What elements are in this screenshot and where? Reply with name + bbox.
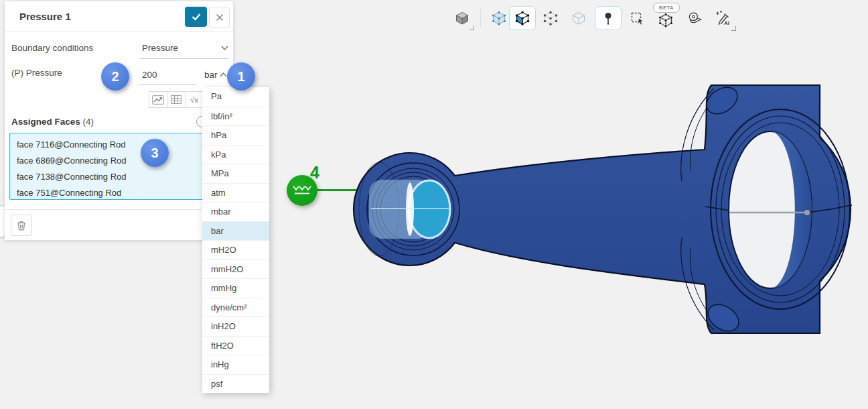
beta-badge: BETA (653, 3, 680, 13)
apply-button[interactable] (185, 7, 207, 27)
unit-dropdown-menu: Pa lbf/in² hPa kPa MPa atm mbar bar mH2O… (202, 87, 269, 393)
pressure-value-input[interactable]: 200 (142, 70, 157, 80)
transparent-volume-cube-icon[interactable] (488, 7, 510, 30)
unit-option[interactable]: ftH2O (202, 336, 269, 355)
face-list-item[interactable]: face 7138@Connecting Rod (10, 169, 230, 185)
plot-table-icon-button[interactable] (149, 91, 167, 108)
svg-text:AI: AI (724, 20, 729, 26)
check-icon (190, 11, 202, 22)
panel-title: Pressure 1 (19, 11, 71, 22)
unit-option[interactable]: mmH2O (202, 259, 269, 279)
unit-option[interactable]: inHg (202, 355, 269, 374)
assigned-faces-label: Assigned Faces (4) (11, 117, 94, 127)
trash-icon (17, 220, 26, 231)
unit-option[interactable]: Pa (202, 87, 269, 107)
chevron-down-icon[interactable] (221, 46, 228, 50)
unit-option[interactable]: psf (202, 374, 269, 394)
divider (5, 209, 233, 210)
cancel-button[interactable] (209, 7, 230, 28)
flyout-indicator (731, 26, 736, 31)
app-root: 4 (0, 0, 868, 409)
unit-option[interactable]: atm (202, 183, 269, 202)
annotation-step-4: 4 (310, 163, 319, 182)
unit-option[interactable]: dyne/cm² (202, 298, 269, 317)
unit-option-selected[interactable]: bar (202, 221, 269, 241)
probe-point-dot (804, 210, 810, 215)
unit-option[interactable]: inH2O (202, 316, 269, 336)
face-list-item[interactable]: face 7116@Connecting Rod (10, 137, 230, 153)
pressure-arrows-icon (292, 184, 312, 196)
annotation-step-3: 3 (141, 139, 169, 167)
chevron-up-icon[interactable] (220, 72, 227, 77)
face-list-item[interactable]: face 751@Connecting Rod (10, 185, 230, 201)
selected-face-disc (409, 180, 450, 238)
value-input-tools: √x (149, 91, 204, 108)
selected-face-sliver (406, 182, 414, 236)
flyout-indicator (469, 25, 474, 30)
unit-selector[interactable]: bar (204, 70, 218, 80)
formula-input-button[interactable]: √x (185, 91, 204, 108)
unit-option[interactable]: kPa (202, 145, 269, 164)
vertex-select-cube-icon[interactable] (539, 7, 562, 30)
unit-option[interactable]: MPa (202, 164, 269, 183)
select-underline (140, 58, 228, 59)
chart-icon (152, 95, 164, 105)
pressure-label: (P) Pressure (11, 68, 62, 78)
unit-option[interactable]: mbar (202, 202, 269, 221)
probe-point-icon[interactable] (597, 7, 620, 30)
measure-tape-icon[interactable] (683, 7, 706, 30)
unit-option[interactable]: lbf/in² (202, 107, 269, 126)
divider (5, 32, 233, 32)
table-input-button[interactable] (167, 91, 186, 108)
unit-option[interactable]: mH2O (202, 240, 269, 259)
assigned-faces-list: face 7116@Connecting Rod face 6869@Conne… (9, 133, 230, 200)
ghost-cube-icon[interactable] (567, 7, 590, 30)
bc-leader-line (316, 189, 356, 191)
delete-button[interactable] (11, 215, 32, 236)
assigned-faces-count: (4) (83, 117, 94, 127)
box-select-icon[interactable] (626, 7, 648, 30)
input-underline (139, 84, 196, 85)
table-icon (171, 95, 182, 104)
face-list-item[interactable]: face 6869@Connecting Rod (10, 153, 230, 169)
annotation-step-1: 1 (227, 62, 255, 91)
annotation-step-2: 2 (101, 62, 129, 91)
toolbar-separator (480, 8, 481, 27)
face-select-cube-icon[interactable] (511, 7, 534, 30)
boundary-conditions-select[interactable]: Pressure (142, 43, 178, 53)
close-icon (216, 13, 224, 21)
boundary-conditions-label: Boundary conditions (11, 43, 93, 53)
unit-option[interactable]: mmHg (202, 278, 269, 298)
unit-option[interactable]: hPa (202, 125, 269, 145)
